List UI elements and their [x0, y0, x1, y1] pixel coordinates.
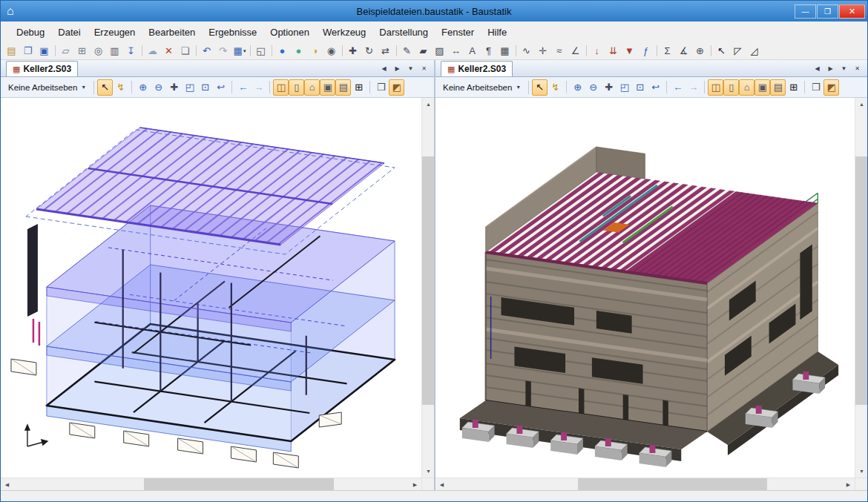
- menu-bearbeiten[interactable]: Bearbeiten: [142, 24, 202, 41]
- right-horizontal-scrollbar[interactable]: ◀ ▶: [435, 478, 855, 490]
- tab-next-button[interactable]: ▶: [825, 62, 836, 74]
- print-preview-icon[interactable]: ◎: [91, 44, 107, 59]
- scroll-left-arrow[interactable]: ◀: [435, 478, 448, 491]
- scroll-down-arrow[interactable]: ▼: [422, 465, 435, 478]
- area-load-icon[interactable]: ▼: [622, 44, 638, 59]
- zoom-extents-icon[interactable]: ⊡: [632, 79, 648, 96]
- shading-icon[interactable]: ●: [274, 44, 291, 59]
- scroll-right-arrow[interactable]: ▶: [842, 478, 855, 491]
- draw-polygon-icon[interactable]: ▰: [415, 44, 432, 59]
- mirror-icon[interactable]: ⇄: [378, 44, 394, 59]
- formula-icon[interactable]: ƒ: [638, 44, 654, 59]
- raster-icon[interactable]: ⊞: [351, 79, 366, 96]
- plot-view-icon[interactable]: ▤: [770, 79, 786, 96]
- hatch-icon[interactable]: ▨: [432, 44, 448, 59]
- toolbar-icon[interactable]: [269, 44, 274, 59]
- left-vertical-scrollbar[interactable]: ▲ ▼: [421, 98, 434, 478]
- toolbar-icon[interactable]: [194, 44, 199, 59]
- scroll-track[interactable]: [855, 110, 867, 465]
- line-load-icon[interactable]: ⇊: [605, 44, 622, 59]
- view-tool-icon[interactable]: [228, 79, 235, 96]
- toolbar-icon[interactable]: [139, 44, 145, 59]
- toolbar-icon[interactable]: [513, 44, 519, 59]
- open-project-icon[interactable]: ❐: [20, 44, 36, 59]
- menu-fenster[interactable]: Fenster: [435, 24, 481, 41]
- nav-back-icon[interactable]: ←: [235, 79, 251, 96]
- section-view-icon[interactable]: ▣: [754, 79, 770, 96]
- export-icon[interactable]: ↧: [123, 44, 139, 59]
- scroll-left-arrow[interactable]: ◀: [1, 478, 13, 491]
- menu-hilfe[interactable]: Hilfe: [481, 24, 513, 41]
- section-icon[interactable]: ∿: [519, 44, 535, 59]
- pan-icon[interactable]: ✚: [166, 79, 182, 96]
- menu-datei[interactable]: Datei: [51, 24, 87, 41]
- render-mode-icon[interactable]: ◩: [389, 79, 404, 96]
- tab-prev-button[interactable]: ◀: [812, 62, 823, 74]
- select-crossing-icon[interactable]: ◿: [746, 44, 763, 59]
- tab-prev-button[interactable]: ◀: [378, 62, 389, 74]
- menu-optionen[interactable]: Optionen: [263, 24, 316, 41]
- sum-icon[interactable]: Σ: [660, 44, 676, 59]
- camera-icon[interactable]: ◉: [323, 44, 340, 59]
- coordinates-icon[interactable]: ⊕: [692, 44, 708, 59]
- left-viewport[interactable]: [1, 98, 421, 478]
- point-load-icon[interactable]: ↓: [589, 44, 605, 59]
- print-icon[interactable]: ▥: [107, 44, 123, 59]
- menu-debug[interactable]: Debug: [10, 24, 51, 41]
- zoom-previous-icon[interactable]: ↩: [213, 79, 228, 96]
- scroll-thumb[interactable]: [144, 478, 334, 490]
- home-view-icon[interactable]: ⌂: [304, 79, 320, 96]
- view-tool-icon[interactable]: [701, 79, 708, 96]
- right-tab-keller2-s03[interactable]: ▦ Keller2.S03: [441, 61, 513, 76]
- nav-back-icon[interactable]: ←: [670, 79, 685, 96]
- home-icon[interactable]: ⌂: [7, 5, 14, 17]
- light-icon[interactable]: ◑: [307, 44, 323, 59]
- raster-icon[interactable]: ⊞: [786, 79, 801, 96]
- text-icon[interactable]: A: [464, 44, 481, 59]
- left-tab-keller2-s03[interactable]: ▦ Keller2.S03: [6, 61, 78, 76]
- view-tool-icon[interactable]: [266, 79, 273, 96]
- sheet-view-icon[interactable]: ▯: [723, 79, 739, 96]
- pan-icon[interactable]: ✚: [601, 79, 617, 96]
- view-3d-icon[interactable]: ❒: [373, 79, 389, 96]
- menu-ergebnisse[interactable]: Ergebnisse: [202, 24, 263, 41]
- new-position-icon[interactable]: ▱: [58, 44, 74, 59]
- view-tool-icon[interactable]: [563, 79, 570, 96]
- select-cursor-icon[interactable]: ↖: [532, 79, 548, 96]
- plot-view-icon[interactable]: ▤: [335, 79, 351, 96]
- workplane-dropdown[interactable]: Keine Arbeitseben ▼: [438, 81, 525, 94]
- draw-line-icon[interactable]: ✎: [399, 44, 415, 59]
- scroll-thumb[interactable]: [422, 156, 434, 405]
- zoom-out-icon[interactable]: ⊖: [151, 79, 166, 96]
- view-3d-icon[interactable]: ❒: [808, 79, 823, 96]
- workplane-dropdown[interactable]: Keine Arbeitseben ▼: [4, 81, 91, 94]
- save-icon[interactable]: ▣: [36, 44, 53, 59]
- layer-manager-icon[interactable]: ▦▾: [231, 44, 248, 59]
- nav-forward-icon[interactable]: →: [685, 79, 701, 96]
- zoom-window-icon[interactable]: ◰: [182, 79, 197, 96]
- slope-icon[interactable]: ∠: [568, 44, 584, 59]
- rotate-icon[interactable]: ↻: [361, 44, 378, 59]
- tab-close-button[interactable]: ✕: [852, 62, 863, 74]
- select-cursor-icon[interactable]: ↖: [97, 79, 113, 96]
- toolbar-icon[interactable]: [340, 44, 345, 59]
- toolbar-icon[interactable]: [394, 44, 399, 59]
- toolbar-icon[interactable]: [654, 44, 660, 59]
- select-window-icon[interactable]: ◸: [730, 44, 746, 59]
- tab-close-button[interactable]: ✕: [418, 62, 430, 74]
- maximize-button[interactable]: ❐: [817, 4, 838, 19]
- toolbar-icon[interactable]: [708, 44, 714, 59]
- right-vertical-scrollbar[interactable]: ▲ ▼: [855, 98, 867, 478]
- sheet-view-icon[interactable]: ▯: [289, 79, 304, 96]
- door-view-icon[interactable]: ◫: [273, 79, 289, 96]
- left-horizontal-scrollbar[interactable]: ◀ ▶: [1, 478, 421, 490]
- menu-werkzeug[interactable]: Werkzeug: [316, 24, 372, 41]
- view-tool-icon[interactable]: [663, 79, 670, 96]
- scroll-right-arrow[interactable]: ▶: [409, 478, 421, 491]
- scroll-up-arrow[interactable]: ▲: [855, 98, 868, 110]
- revision-cloud-icon[interactable]: ☁: [145, 44, 161, 59]
- scroll-track[interactable]: [422, 110, 434, 465]
- undo-icon[interactable]: ↶: [199, 44, 215, 59]
- delete-icon[interactable]: ✕: [161, 44, 177, 59]
- label-icon[interactable]: ¶: [481, 44, 497, 59]
